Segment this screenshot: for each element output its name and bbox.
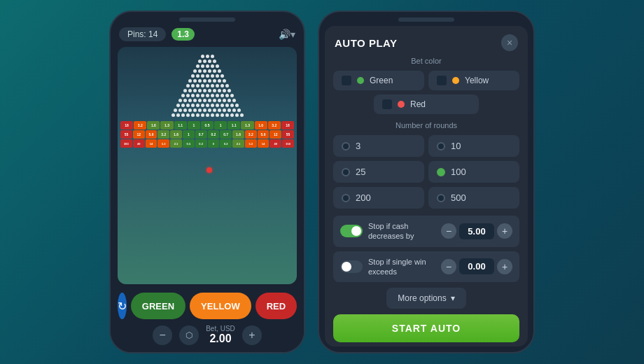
bet-decrease-button[interactable]: − (153, 326, 172, 345)
color-option-green[interactable]: Green (333, 71, 424, 90)
red-button[interactable]: RED (255, 293, 297, 319)
score-cell: 2.1 (170, 139, 182, 148)
decrease-amount-display: 5.00 (459, 223, 494, 239)
round-radio-500 (437, 194, 445, 202)
auto-play-modal: AUTO PLAY × Bet color Green Yellow (325, 26, 528, 346)
stop-decrease-amount-row: − 5.00 + (441, 223, 512, 239)
pins-row-7 (186, 84, 229, 88)
decrease-amount-minus[interactable]: − (441, 223, 456, 239)
win-amount-display: 0.00 (459, 258, 494, 274)
pins-row-10 (178, 99, 236, 102)
stop-row-decrease: Stop if cash decreases by − 5.00 + (333, 216, 519, 247)
stop-decrease-text: Stop if cash decreases by (368, 221, 435, 241)
yellow-button[interactable]: YELLOW (190, 293, 251, 319)
start-auto-button[interactable]: START AUTO (333, 314, 519, 342)
bet-color-single: Red (333, 94, 519, 114)
pins-row-3 (196, 64, 219, 68)
modal-title: AUTO PLAY (335, 37, 398, 49)
close-button[interactable]: × (501, 34, 518, 51)
stop-section: Stop if cash decreases by − 5.00 + Stop … (333, 216, 519, 282)
bet-color-grid: Green Yellow (333, 71, 519, 90)
score-cell: 1.6 (170, 130, 182, 139)
phone-header-left: Pins: 14 1.3 🔊▾ (111, 24, 304, 44)
score-cell: 55 (282, 130, 294, 139)
score-cell: 3.2 (158, 130, 169, 139)
score-cell: 0.2 (220, 139, 232, 148)
round-option-100[interactable]: 100 (428, 161, 519, 183)
round-radio-3 (342, 142, 350, 150)
red-dot (398, 101, 405, 108)
toggle-knob (351, 226, 361, 236)
round-value-25: 25 (356, 167, 365, 177)
score-cell: 55 (120, 130, 132, 139)
score-cell: 1.3 (160, 121, 173, 130)
win-amount-minus[interactable]: − (441, 259, 456, 274)
red-checkbox (382, 99, 392, 109)
pins-row-1 (201, 55, 214, 58)
pins-row-8 (183, 89, 231, 92)
plinko-board: 18 3.2 1.6 1.3 1.1 1 0.5 1 1.1 1.3 1.6 3… (118, 51, 297, 284)
stop-win-toggle[interactable] (340, 260, 363, 273)
round-option-10[interactable]: 10 (428, 135, 519, 157)
score-cell: 1.6 (232, 130, 244, 139)
score-cell: 5.3 (245, 139, 257, 148)
green-dot (357, 77, 364, 84)
more-options-button[interactable]: More options ▾ (386, 288, 465, 309)
win-amount-plus[interactable]: + (497, 259, 512, 274)
score-cell: 2.1 (232, 139, 244, 148)
chevron-down-icon: ▾ (451, 293, 455, 303)
score-cell: 18 (120, 121, 133, 130)
score-cell: 0.2 (195, 139, 207, 148)
score-cell: 1.6 (255, 121, 267, 130)
score-cell: 383 (120, 139, 132, 148)
bet-label: Bet, USD (206, 325, 235, 332)
pins-row-12 (174, 108, 241, 112)
round-option-25[interactable]: 25 (333, 161, 424, 183)
rounds-label: Number of rounds (333, 121, 519, 130)
score-cell: 3.2 (268, 121, 281, 130)
ball (206, 167, 212, 173)
score-cell: 49 (270, 139, 281, 148)
stack-icon: ⬡ (179, 326, 199, 345)
green-label: Green (370, 76, 393, 85)
pins-row-5 (191, 74, 224, 78)
bet-increase-button[interactable]: + (242, 326, 262, 345)
score-cell: 49 (133, 139, 145, 148)
score-cell: 5.6 (258, 130, 270, 139)
round-option-3[interactable]: 3 (333, 135, 424, 157)
score-cell: 3.2 (245, 130, 257, 139)
stop-decrease-toggle[interactable] (340, 225, 363, 237)
stop-win-amount-row: − 0.00 + (441, 258, 512, 274)
yellow-checkbox (437, 76, 447, 85)
score-rows: 18 3.2 1.6 1.3 1.1 1 0.5 1 1.1 1.3 1.6 3… (118, 120, 297, 148)
red-label: Red (410, 99, 426, 109)
round-option-500[interactable]: 500 (428, 187, 519, 209)
color-option-red[interactable]: Red (374, 94, 479, 114)
round-radio-10 (437, 142, 445, 150)
score-cell: 12 (133, 130, 145, 139)
green-button[interactable]: GREEN (131, 293, 186, 319)
round-value-500: 500 (451, 192, 466, 203)
more-options-label: More options (398, 293, 446, 303)
round-option-200[interactable]: 200 (333, 187, 424, 209)
color-option-yellow[interactable]: Yellow (428, 71, 519, 90)
score-cell: 0.7 (220, 130, 232, 139)
rounds-section: Number of rounds 3 10 25 (333, 121, 519, 209)
score-cell: 3.2 (134, 121, 146, 130)
score-cell: 1 (188, 121, 200, 130)
score-cell: 0.5 (201, 121, 214, 130)
refresh-button[interactable]: ↻ (118, 293, 127, 319)
score-cell: 1 (183, 130, 195, 139)
round-value-10: 10 (451, 141, 461, 151)
decrease-amount-plus[interactable]: + (497, 223, 512, 239)
score-row-3: 383 49 14 5.3 2.1 0.5 0.2 0 0.2 2.1 5.3 … (120, 139, 294, 148)
pins-label: Pins: 14 (127, 29, 158, 39)
round-radio-25 (342, 168, 350, 176)
game-area: 18 3.2 1.6 1.3 1.1 1 0.5 1 1.1 1.3 1.6 3… (118, 47, 297, 284)
sound-icon: 🔊▾ (279, 29, 295, 40)
score-cell: 1.1 (174, 121, 187, 130)
score-cell: 5.3 (158, 139, 169, 148)
modal-body: Bet color Green Yellow (325, 57, 528, 346)
yellow-label: Yellow (465, 76, 489, 85)
phone-notch-left (179, 18, 235, 22)
